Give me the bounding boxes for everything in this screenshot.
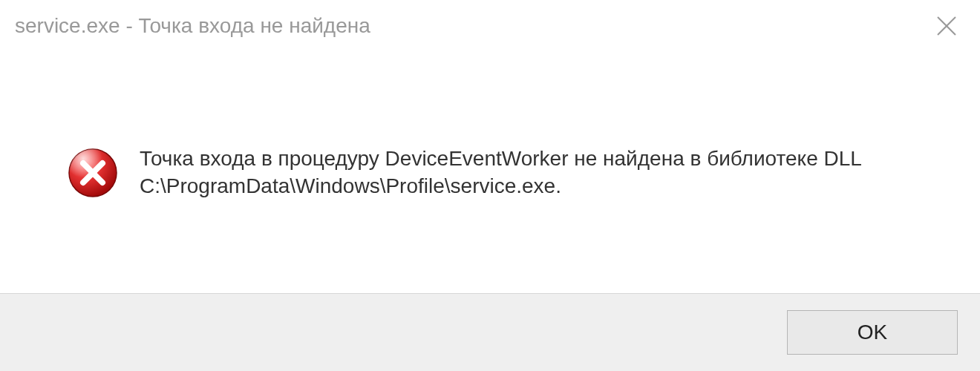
close-icon bbox=[935, 14, 958, 38]
error-dialog: service.exe - Точка входа не найдена bbox=[0, 0, 980, 371]
error-message: Точка входа в процедуру DeviceEventWorke… bbox=[140, 145, 935, 200]
titlebar: service.exe - Точка входа не найдена bbox=[0, 0, 980, 52]
dialog-content: Точка входа в процедуру DeviceEventWorke… bbox=[0, 52, 980, 293]
close-button[interactable] bbox=[928, 7, 965, 45]
window-title: service.exe - Точка входа не найдена bbox=[15, 14, 370, 38]
dialog-footer: OK bbox=[0, 293, 980, 371]
error-icon bbox=[67, 147, 119, 199]
ok-button[interactable]: OK bbox=[787, 310, 958, 355]
